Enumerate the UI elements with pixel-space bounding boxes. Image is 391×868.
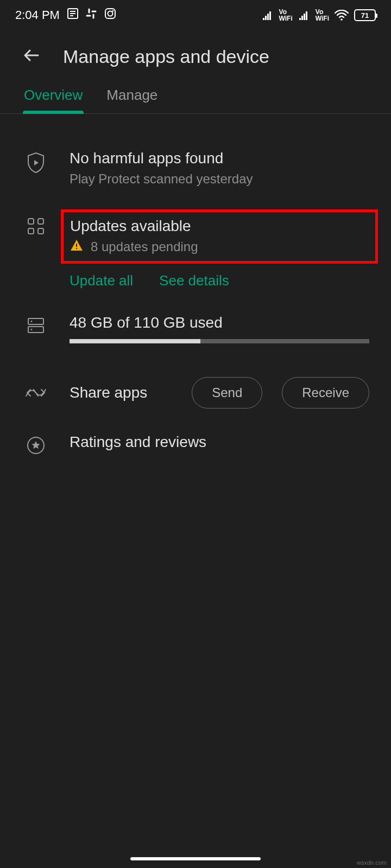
storage-bar: [70, 339, 369, 343]
svg-rect-8: [38, 228, 43, 234]
update-all-link[interactable]: Update all: [70, 272, 133, 289]
updates-pending-text: 8 updates pending: [91, 239, 198, 254]
apps-grid-icon: [22, 215, 50, 235]
svg-rect-6: [38, 219, 43, 224]
battery-level: 71: [361, 11, 369, 20]
share-apps-label: Share apps: [70, 384, 172, 401]
updates-highlight: Updates available 8 updates pending: [61, 209, 378, 264]
home-indicator[interactable]: [130, 857, 261, 860]
storage-label: 48 GB of 110 GB used: [70, 314, 369, 331]
svg-point-4: [340, 18, 343, 21]
instagram-icon: [104, 8, 116, 23]
tab-overview[interactable]: Overview: [24, 87, 83, 113]
back-icon[interactable]: [22, 46, 41, 67]
updates-title: Updates available: [70, 218, 369, 235]
tab-manage[interactable]: Manage: [106, 87, 157, 113]
notification-icon-1: [67, 8, 78, 22]
battery-indicator: 71: [354, 9, 376, 21]
share-apps-row: Share apps Send Receive: [22, 358, 369, 428]
play-protect-row[interactable]: No harmful apps found Play Protect scann…: [22, 136, 369, 201]
svg-rect-5: [28, 219, 34, 224]
play-protect-title: No harmful apps found: [70, 150, 369, 167]
play-protect-icon: [22, 150, 50, 174]
svg-rect-1: [105, 9, 115, 18]
status-right: VoWiFi VoWiFi 71: [262, 9, 376, 22]
storage-fill: [70, 339, 200, 343]
see-details-link[interactable]: See details: [159, 272, 229, 289]
svg-point-3: [112, 10, 114, 12]
storage-icon: [22, 314, 50, 335]
svg-point-14: [31, 329, 33, 330]
watermark: wsxdn.com: [357, 859, 387, 866]
svg-rect-9: [76, 244, 77, 247]
ratings-row[interactable]: Ratings and reviews: [22, 428, 369, 469]
slack-icon: [86, 8, 97, 22]
storage-row[interactable]: 48 GB of 110 GB used: [22, 289, 369, 358]
send-button[interactable]: Send: [192, 377, 262, 409]
status-bar: 2:04 PM VoWiFi VoWiFi 71: [0, 0, 391, 30]
star-circle-icon: [22, 433, 50, 455]
play-protect-subtitle: Play Protect scanned yesterday: [70, 171, 369, 187]
updates-subtitle: 8 updates pending: [70, 239, 369, 254]
receive-button[interactable]: Receive: [282, 377, 369, 409]
svg-rect-11: [28, 318, 43, 324]
svg-point-2: [108, 11, 112, 16]
updates-actions: Update all See details: [70, 272, 369, 289]
svg-rect-13: [28, 327, 43, 333]
updates-row[interactable]: Updates available 8 updates pending Upda…: [22, 201, 369, 289]
warning-icon: [70, 239, 83, 254]
page-title: Manage apps and device: [63, 46, 269, 67]
svg-rect-10: [76, 248, 77, 249]
vowifi-label-2: VoWiFi: [316, 9, 329, 22]
svg-rect-7: [28, 228, 34, 234]
signal-icon-1: [262, 10, 274, 20]
tab-bar: Overview Manage: [0, 87, 391, 114]
page-header: Manage apps and device: [0, 30, 391, 87]
share-icon: [22, 385, 50, 400]
status-left: 2:04 PM: [15, 8, 116, 23]
wifi-icon: [335, 10, 349, 21]
status-time: 2:04 PM: [15, 8, 60, 22]
content-area: No harmful apps found Play Protect scann…: [0, 114, 391, 469]
vowifi-label-1: VoWiFi: [279, 9, 293, 22]
ratings-label: Ratings and reviews: [70, 433, 369, 451]
signal-icon-2: [298, 10, 310, 20]
svg-point-12: [31, 321, 33, 322]
